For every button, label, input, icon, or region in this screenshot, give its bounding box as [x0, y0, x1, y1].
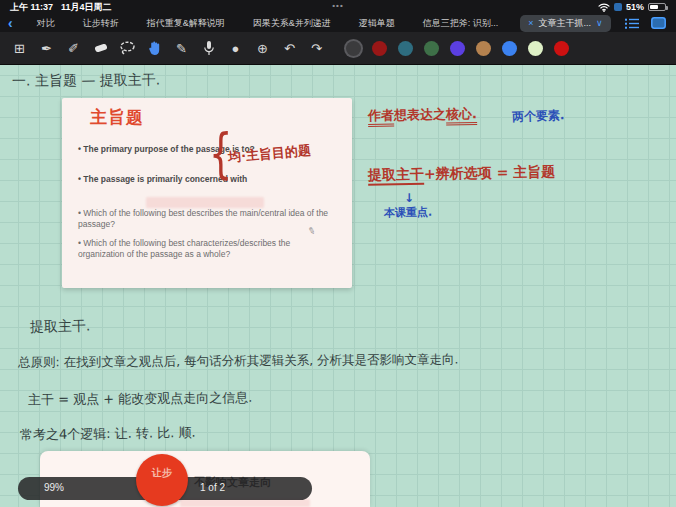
tab-active-document[interactable]: × 文章主干抓... ∨ — [520, 15, 610, 32]
watermark-ghost — [180, 499, 310, 507]
status-bar: 上午 11:37 11月4日周二 ••• 51% — [0, 0, 676, 14]
pen-tool-icon[interactable]: ✒ — [33, 36, 60, 60]
highlighter-tool-icon[interactable]: ✐ — [60, 36, 87, 60]
tab-yinguo[interactable]: 因果关系&并列递进 — [239, 17, 345, 30]
color-swatch-cream[interactable] — [528, 41, 543, 56]
pointer-pen-tool-icon[interactable]: ✎ — [168, 36, 195, 60]
color-swatch-teal[interactable] — [398, 41, 413, 56]
eraser-tool-icon[interactable] — [87, 36, 114, 60]
outline-list-icon[interactable] — [625, 18, 639, 29]
active-tab-label: 文章主干抓... — [538, 17, 591, 30]
color-swatch-red[interactable] — [554, 41, 569, 56]
add-element-icon[interactable]: ⊕ — [249, 36, 276, 60]
note-author: 作者 — [368, 107, 394, 126]
color-swatch-black[interactable] — [346, 41, 361, 56]
note-key-point: 本课重点. — [384, 205, 432, 221]
undo-icon[interactable]: ↶ — [276, 36, 303, 60]
note-author-core: 作者想表达之核心. — [368, 105, 477, 125]
note-express: 想表达之 — [394, 107, 446, 123]
sticker-shape-tool-icon[interactable]: ● — [222, 36, 249, 60]
progress-label: 99% — [44, 482, 64, 493]
section-title: 提取主干. — [30, 317, 91, 336]
color-swatch-blue[interactable] — [502, 41, 517, 56]
chevron-down-icon[interactable]: ∨ — [596, 18, 603, 28]
lasso-tool-icon[interactable] — [114, 36, 141, 60]
microphone-tool-icon[interactable] — [195, 36, 222, 60]
note-extract-trunk: 提取主干 — [368, 166, 424, 186]
status-app-icon — [614, 3, 622, 11]
pencil-cursor-icon: ✎ — [307, 225, 317, 237]
page-thumbnail[interactable]: 让步 — [136, 454, 188, 506]
color-swatch-darkred[interactable] — [372, 41, 387, 56]
question-card-title: 主旨题 — [90, 106, 144, 129]
app-window: 上午 11:37 11月4日周二 ••• 51% ‹ 对比 让步转折 指代重复&… — [0, 0, 676, 507]
drawing-toolbar: ⊞ ✒ ✐ ✎ ● ⊕ ↶ ↷ — [0, 32, 676, 65]
page-indicator: 1 of 2 — [200, 482, 225, 493]
color-swatches — [346, 41, 569, 56]
close-tab-icon[interactable]: × — [528, 18, 533, 28]
color-swatch-green[interactable] — [424, 41, 439, 56]
elements-grid-icon[interactable]: ⊞ — [6, 36, 33, 60]
note-canvas[interactable]: 一. 主旨题 — 提取主干. 主旨题 The primary purpose o… — [0, 65, 676, 507]
note-trunk-formula: 主干 = 观点 + 能改变观点走向之信息. — [28, 389, 253, 409]
tab-duibi[interactable]: 对比 — [23, 17, 69, 30]
note-logic-types: 常考之4个逻辑: 让. 转. 比. 顺. — [20, 424, 196, 444]
note-core: 核心. — [446, 106, 477, 126]
question-bullet: Which of the following best describes th… — [78, 208, 340, 230]
handwritten-heading: 一. 主旨题 — 提取主干. — [12, 71, 160, 90]
redo-icon[interactable]: ↷ — [303, 36, 330, 60]
back-chevron-icon[interactable]: ‹ — [8, 16, 13, 30]
wifi-icon — [598, 3, 610, 12]
clock: 上午 11:37 — [10, 1, 53, 14]
battery-percent: 51% — [626, 2, 644, 12]
color-swatch-tan[interactable] — [476, 41, 491, 56]
down-arrow-annotation: ↓ — [404, 191, 414, 205]
date: 11月4日周二 — [61, 1, 112, 14]
page-thumbnail-label: 让步 — [136, 466, 188, 480]
battery-icon — [648, 3, 666, 11]
page-view-icon[interactable] — [651, 17, 666, 29]
watermark-ghost — [146, 197, 264, 208]
pan-hand-tool-icon[interactable] — [141, 36, 168, 60]
note-two-elements: 两个要素. — [512, 107, 565, 126]
tab-rangbu[interactable]: 让步转折 — [69, 17, 133, 30]
note-principle: 总原则: 在找到文章之观点后, 每句话分析其逻辑关系, 分析其是否影响文章走向. — [18, 351, 459, 371]
tab-xinxi[interactable]: 信息三把斧: 识别... — [409, 17, 513, 30]
color-swatch-purple[interactable] — [450, 41, 465, 56]
question-card: 主旨题 The primary purpose of the passage i… — [62, 98, 352, 288]
tab-zhidai[interactable]: 指代重复&解释说明 — [133, 17, 239, 30]
tab-bar: ‹ 对比 让步转折 指代重复&解释说明 因果关系&并列递进 逻辑单题 信息三把斧… — [0, 14, 676, 32]
note-formula: 提取主干+辨析选项 = 主旨题 — [368, 163, 556, 184]
note-analyze-options: +辨析选项 = 主旨题 — [424, 163, 555, 181]
tab-luoji[interactable]: 逻辑单题 — [345, 17, 409, 30]
multitasking-dots-icon[interactable]: ••• — [332, 1, 343, 10]
question-bullet: Which of the following best characterize… — [78, 238, 334, 260]
